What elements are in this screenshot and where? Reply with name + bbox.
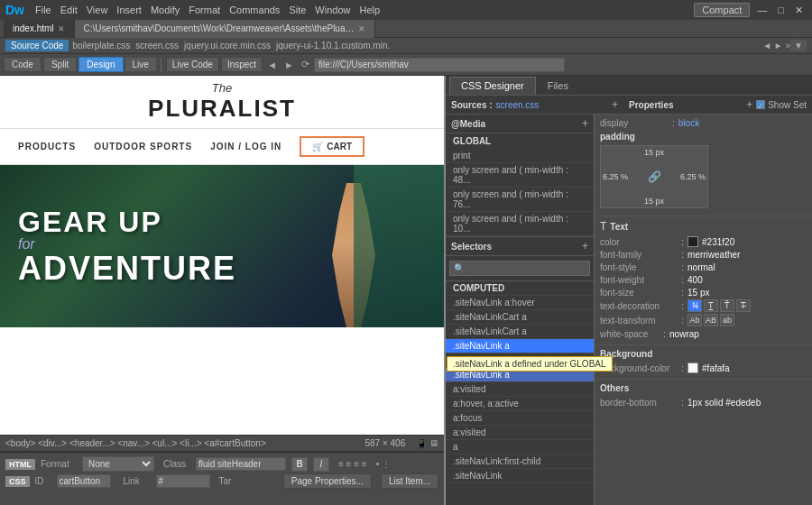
refresh-btn[interactable]: ⟳ [299,59,312,70]
deco-underline-icon[interactable]: T̲ [704,299,718,312]
id-input[interactable] [57,474,111,488]
file-tab-index[interactable]: index.html ✕ [4,20,75,38]
compact-button[interactable]: Compact [694,3,750,17]
nav-join[interactable]: JOIN / LOG IN [210,142,281,152]
close-button[interactable]: ✕ [791,5,807,16]
back-btn[interactable]: ◄ [264,60,280,70]
selector-sitenavlink-first[interactable]: .siteNavLink:first-child [446,454,594,469]
deco-overline-icon[interactable]: T̄ [720,299,734,312]
text-icon: T [600,220,606,233]
hero-line1: GEAR UP [18,207,236,236]
live-tab[interactable]: Live [125,58,156,71]
jquery-core-tab[interactable]: jquery.ui.core.min.css [184,41,271,50]
selector-a-hover-active[interactable]: a:hover, a:active [446,397,594,411]
maximize-button[interactable]: □ [774,5,788,15]
page-properties-button[interactable]: Page Properties... [283,473,372,489]
transform-none-icon[interactable]: Ab [687,314,702,326]
fontstyle-line: font-style : normal [600,262,807,272]
fontsize-line: font-size : 15 px [600,287,807,298]
source-toolbar: Code Split Design Live Live Code Inspect… [0,54,812,76]
color-key: color [600,237,681,247]
jquery-custom-tab[interactable]: jquery-ui-1.10.1.custom.min. [276,41,390,50]
deco-linethrough-icon[interactable]: T̶ [736,299,751,312]
fontstyle-key: font-style [600,262,681,272]
design-tab[interactable]: Design [78,57,123,72]
code-tab[interactable]: Code [4,57,42,72]
address-input[interactable] [314,58,565,72]
transform-lower-icon[interactable]: ab [720,314,734,326]
overflow-btn[interactable]: ▼ [790,40,807,51]
selector-a[interactable]: a [446,440,594,454]
menu-site[interactable]: Site [289,5,306,15]
menu-commands[interactable]: Commands [229,5,280,15]
color-line: color : #231f20 [600,236,807,247]
bg-swatch[interactable] [687,363,698,373]
format-select[interactable]: None [82,456,154,472]
selector-sitenavlinkcart-a[interactable]: .siteNavLinkCart a [446,325,594,339]
add-source-btn[interactable]: + [612,98,618,111]
menu-help[interactable]: Help [359,5,380,15]
menu-format[interactable]: Format [189,5,220,15]
selector-search[interactable] [449,261,590,276]
borderbottom-value: 1px solid #ededeb [687,398,761,408]
list-item-button[interactable]: List Item... [381,473,438,489]
inspect-btn[interactable]: Inspect [221,57,263,72]
media-section-header: @Media + [446,115,594,133]
live-code-btn[interactable]: Live Code [166,57,219,72]
show-set-check[interactable]: ✓ [756,100,765,109]
cart-button[interactable]: 🛒 CART [300,136,364,157]
minimize-button[interactable]: — [753,5,770,15]
close-tab-icon[interactable]: ✕ [58,24,65,33]
add-prop-btn[interactable]: + [746,98,752,111]
file-tab-path[interactable]: C:\Users\smithav\Documents\Work\Dreamwea… [75,20,375,38]
media-item-10[interactable]: only screen and ( min-width : 10... [446,212,594,236]
media-item-76[interactable]: only screen and ( min-width : 76... [446,188,594,212]
close-tab-path-icon[interactable]: ✕ [358,24,365,33]
transform-icons: Ab AB ab [687,314,734,326]
pad-link-icon[interactable]: 🔗 [648,170,661,183]
nav-products[interactable]: PRODUCTS [18,142,76,152]
cart-icon: 🛒 [312,142,323,152]
selector-sitenavlink-a-selected[interactable]: .siteNavLink a [446,339,594,354]
display-value[interactable]: block [678,118,699,128]
source-code-tab[interactable]: Source Code [5,40,69,51]
display-key: display [600,118,672,128]
selector-computed[interactable]: COMPUTED [446,281,594,296]
bold-button[interactable]: B [291,457,308,472]
nav-outdoor[interactable]: OUTDOOR SPORTS [94,142,192,152]
menu-window[interactable]: Window [315,5,350,15]
add-selector-btn[interactable]: + [582,240,588,252]
show-set-checkbox[interactable]: ✓ Show Set [756,100,807,110]
class-input[interactable] [196,457,286,471]
selector-sitenavalink-hover[interactable]: .siteNavLink a:hover [446,296,594,310]
transform-upper-icon[interactable]: AB [704,314,718,326]
deco-none-icon[interactable]: N̶ [687,299,702,312]
link-input[interactable] [156,474,210,488]
fontfamily-value: merriweather [687,250,740,260]
media-global[interactable]: GLOBAL [446,133,594,149]
menu-edit[interactable]: Edit [60,5,78,15]
selector-a-focus[interactable]: a:focus [446,411,594,426]
menu-modify[interactable]: Modify [151,5,180,15]
selector-sitenavlink[interactable]: .siteNavLink [446,469,594,483]
main-layout: The PLURALIST PRODUCTS OUTDOOR SPORTS JO… [0,76,812,505]
files-tab[interactable]: Files [536,77,580,95]
menu-insert[interactable]: Insert [116,5,142,15]
split-tab[interactable]: Split [43,57,77,72]
html-badge: HTML [5,459,35,470]
menu-view[interactable]: View [87,5,108,15]
media-item-48[interactable]: only screen and ( min-width : 48... [446,163,594,188]
source-name[interactable]: screen.css [496,100,540,110]
css-designer-tab[interactable]: CSS Designer [449,77,536,95]
add-media-btn[interactable]: + [582,117,588,130]
selector-a-visited[interactable]: a:visited [446,382,594,397]
color-swatch[interactable] [687,236,698,247]
italic-button[interactable]: I [313,457,329,472]
selector-sitenavlinkcart-hover[interactable]: .siteNavLinkCart a [446,310,594,325]
media-item-print[interactable]: print [446,149,594,163]
screen-tab[interactable]: screen.css [135,41,179,50]
selector-a-visited2[interactable]: a:visited [446,426,594,440]
menu-file[interactable]: File [35,5,51,15]
boilerplate-tab[interactable]: boilerplate.css [72,41,130,50]
forward-btn[interactable]: ► [281,60,297,70]
